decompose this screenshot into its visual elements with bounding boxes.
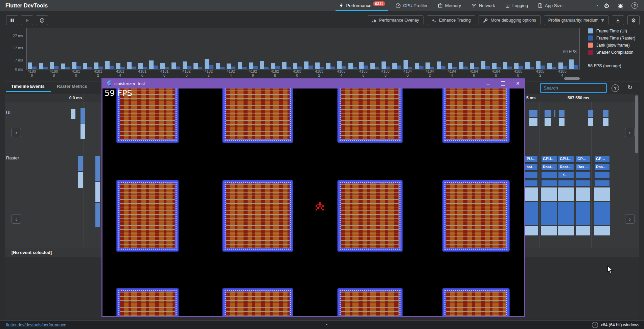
fps-bar-raster[interactable]: [54, 66, 59, 69]
flame-event[interactable]: [541, 226, 557, 235]
fps-bar-raster[interactable]: [98, 67, 103, 69]
ui-track-scroll-right-button[interactable]: ›: [625, 128, 635, 137]
fps-bar-raster[interactable]: [463, 67, 468, 69]
fps-bar-ui[interactable]: [370, 63, 375, 69]
more-debugging-options-button[interactable]: More debugging options: [479, 15, 540, 25]
fps-bar-ui[interactable]: [127, 62, 132, 69]
profile-granularity-dropdown[interactable]: Profile granularity: medium ▼: [544, 15, 608, 25]
minimize-button[interactable]: –: [481, 78, 496, 88]
fps-bar-ui[interactable]: [116, 63, 120, 69]
fps-bar-ui[interactable]: [249, 62, 253, 69]
fps-bar-ui[interactable]: [326, 63, 330, 69]
flame-event[interactable]: [576, 187, 590, 201]
fps-bar-ui[interactable]: [547, 63, 552, 69]
flame-event-raster[interactable]: Ras…: [594, 164, 610, 171]
flame-event-raster[interactable]: Rast…: [541, 164, 557, 171]
settings-icon[interactable]: ⚙: [604, 2, 610, 9]
fps-bar-ui[interactable]: [415, 63, 419, 69]
fps-bar-ui[interactable]: [293, 63, 297, 69]
fps-bar-raster[interactable]: [110, 66, 114, 69]
fps-bar-raster[interactable]: [176, 67, 180, 69]
fps-bar-raster[interactable]: [507, 67, 512, 69]
fps-bar-ui[interactable]: [382, 61, 386, 69]
fps-bar-raster[interactable]: [364, 66, 368, 69]
ui-track-scroll-left-button[interactable]: ‹: [12, 128, 21, 137]
fps-bar-ui[interactable]: [72, 62, 76, 69]
tab-timeline-events[interactable]: Timeline Events: [11, 84, 45, 89]
flame-event-gpu[interactable]: GPU…: [541, 156, 557, 162]
flame-event[interactable]: [576, 180, 590, 186]
flame-event[interactable]: [576, 202, 590, 225]
tab-cpu-profiler[interactable]: CPU Profiler: [390, 0, 433, 11]
search-help-icon[interactable]: ?: [612, 84, 619, 92]
fps-bar-raster[interactable]: [419, 66, 423, 69]
flame-event-gpu[interactable]: GP…: [576, 156, 590, 162]
search-input[interactable]: [540, 83, 607, 93]
tab-logging[interactable]: Logging: [500, 0, 533, 11]
flame-event[interactable]: [594, 202, 610, 225]
fps-bar-raster[interactable]: [286, 67, 291, 69]
flame-event[interactable]: [558, 202, 574, 225]
fps-bar-raster[interactable]: [474, 67, 479, 69]
fps-bar-raster[interactable]: [32, 67, 37, 69]
game-window[interactable]: cluisterizer_test – × 59 FPS: [101, 78, 525, 317]
fps-bar-raster[interactable]: [187, 66, 191, 69]
flame-event[interactable]: [525, 187, 538, 201]
fps-bar-raster[interactable]: [574, 65, 578, 69]
maximize-button[interactable]: [496, 78, 510, 88]
fps-bar-ui[interactable]: [227, 64, 231, 69]
flame-event[interactable]: [558, 180, 574, 186]
fps-chart[interactable]: 60 FPS: [26, 28, 580, 70]
fps-bar-ui[interactable]: [514, 63, 519, 69]
game-viewport[interactable]: 59 FPS: [101, 88, 525, 317]
fps-bar-raster[interactable]: [297, 67, 302, 69]
flame-event-shader[interactable]: [541, 172, 557, 179]
fps-bar-raster[interactable]: [220, 67, 225, 69]
fps-bar-ui[interactable]: [448, 63, 452, 69]
raster-track-scroll-left-button[interactable]: ‹: [12, 214, 21, 224]
fps-bar-raster[interactable]: [552, 67, 556, 69]
flame-event[interactable]: [525, 226, 538, 235]
help-icon[interactable]: ?: [631, 2, 638, 9]
fps-bar-ui[interactable]: [282, 62, 286, 69]
fps-bar-ui[interactable]: [315, 62, 320, 69]
fps-bar-ui[interactable]: [105, 61, 110, 69]
tab-raster-metrics[interactable]: Raster Metrics: [57, 84, 87, 89]
fps-bar-ui[interactable]: [83, 63, 87, 69]
fps-bar-ui[interactable]: [205, 59, 209, 69]
flame-event-raster[interactable]: Rast…: [558, 164, 574, 171]
fps-bar-raster[interactable]: [275, 66, 280, 69]
fps-bar-ui[interactable]: [50, 62, 54, 69]
fps-bar-raster[interactable]: [154, 66, 158, 69]
fps-bar-ui[interactable]: [337, 61, 342, 69]
flame-event-gpu[interactable]: PU…: [525, 156, 538, 162]
bug-report-icon[interactable]: [618, 3, 623, 9]
fps-bar-ui[interactable]: [271, 63, 275, 69]
fps-bar-ui[interactable]: [238, 62, 242, 69]
flame-event[interactable]: [525, 180, 538, 186]
fps-bar-raster[interactable]: [132, 67, 136, 69]
fps-bar-ui[interactable]: [149, 60, 154, 69]
fps-bar-ui[interactable]: [481, 61, 485, 69]
fps-bar-ui[interactable]: [160, 63, 165, 69]
flame-event[interactable]: [594, 180, 610, 186]
fps-bar-ui[interactable]: [260, 61, 264, 69]
flame-event[interactable]: [541, 187, 557, 201]
fps-bar-ui[interactable]: [304, 61, 308, 69]
export-button[interactable]: [612, 15, 624, 25]
flame-event[interactable]: [594, 226, 610, 235]
devtools-docs-link[interactable]: flutter.dev/devtools/performance: [6, 323, 66, 327]
fps-bar-ui[interactable]: [426, 62, 430, 69]
fps-bar-raster[interactable]: [330, 67, 335, 69]
fps-bar-raster[interactable]: [430, 67, 434, 69]
fps-bar-ui[interactable]: [558, 62, 563, 69]
tab-memory[interactable]: Memory: [433, 0, 466, 11]
fps-bar-ui[interactable]: [171, 62, 176, 69]
fps-bar-ui[interactable]: [28, 62, 32, 69]
enhance-tracing-button[interactable]: Enhance Tracing: [427, 15, 475, 25]
fps-bar-ui[interactable]: [216, 63, 220, 69]
fps-bar-raster[interactable]: [143, 67, 147, 69]
fps-bar-raster[interactable]: [253, 66, 258, 69]
flame-event-shader[interactable]: [576, 172, 590, 179]
performance-overlay-button[interactable]: Performance Overlay: [368, 15, 423, 25]
